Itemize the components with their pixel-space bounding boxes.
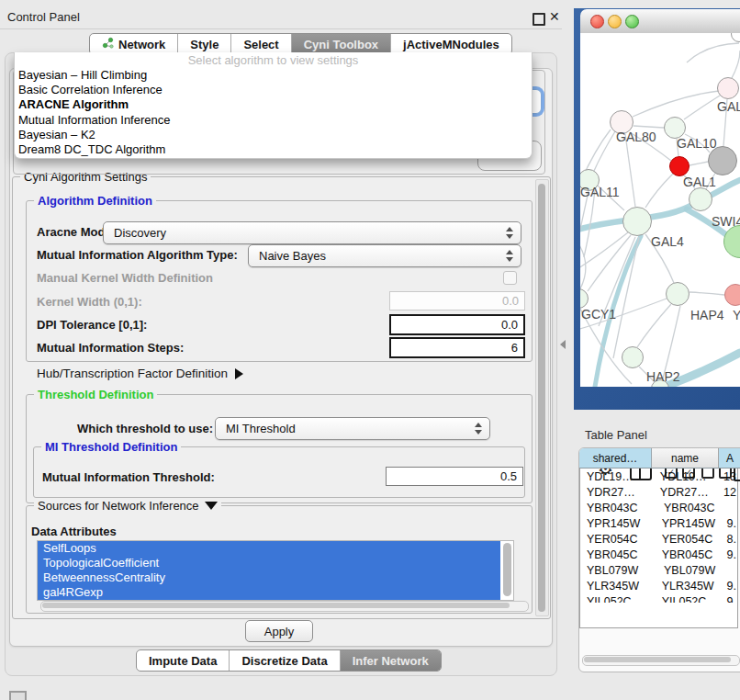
cell-value: 9.: [722, 595, 736, 604]
dropdown-item-selected[interactable]: ARACNE Algorithm: [15, 97, 532, 112]
network-window-titlebar[interactable]: [580, 9, 740, 34]
node-red-highlighted[interactable]: [669, 156, 690, 176]
cell-shared: YER054C: [579, 533, 653, 546]
tab-network[interactable]: Network: [90, 34, 178, 54]
cell-shared: YBR045C: [579, 548, 653, 561]
cell-value: 13: [718, 470, 736, 483]
node-label: GAL80: [616, 130, 656, 144]
table-row[interactable]: YDL19…YDL19…13: [579, 469, 736, 484]
table-row[interactable]: YER054CYER054C8.: [579, 531, 736, 547]
list-horizontal-scrollbar[interactable]: [40, 601, 529, 612]
table-row[interactable]: YBR043CYBR043C: [579, 500, 736, 515]
stepper-arrows-icon: [506, 250, 513, 262]
table-row[interactable]: YBL079WYBL079W: [579, 562, 736, 578]
table-row[interactable]: YBR045CYBR045C9.: [579, 547, 736, 562]
list-item[interactable]: gal4RGexp: [38, 585, 500, 600]
table-panel-title: Table Panel: [585, 428, 647, 442]
node-label: GAL11: [580, 185, 620, 199]
manual-kernel-label: Manual Kernel Width Definition: [37, 271, 213, 285]
mi-threshold-field[interactable]: 0.5: [386, 467, 523, 486]
table-panel: ⚙ ✓ ✓ shared… name A YDL19…YDL19…13 YDR2…: [578, 447, 740, 672]
docked-panel-icon[interactable]: [9, 691, 27, 700]
network-edges: [580, 33, 740, 387]
mac-close-icon[interactable]: [590, 15, 604, 28]
mi-steps-label: Mutual Information Steps:: [37, 341, 184, 355]
network-canvas[interactable]: GAL GAL80 GAL10 GAL1 GAL11 GAL4 SWI4 GCY…: [580, 33, 740, 387]
table-row[interactable]: YLR345WYLR345W9.: [579, 578, 736, 593]
which-threshold-combo[interactable]: MI Threshold: [215, 417, 490, 440]
list-item[interactable]: SelfLoops: [38, 541, 500, 556]
table-row[interactable]: YPR145WYPR145W9.: [579, 515, 736, 531]
tab-jactivemnodules[interactable]: jActiveMNodules: [391, 34, 511, 54]
node-hap2[interactable]: [622, 346, 644, 368]
tab-style-label: Style: [190, 38, 219, 51]
list-scrollbar-thumb[interactable]: [503, 543, 511, 596]
sources-group-title[interactable]: Sources for Network Inference: [34, 499, 221, 513]
tab-infer-network-label: Infer Network: [353, 654, 429, 668]
tab-cyni-toolbox[interactable]: Cyni Toolbox: [292, 34, 391, 54]
table-row[interactable]: YDR27…YDR27…12: [579, 484, 736, 500]
cell-name: YIL052C: [653, 595, 722, 604]
mi-threshold-group-title: MI Threshold Definition: [41, 440, 181, 454]
table-horizontal-scrollbar[interactable]: [582, 655, 740, 666]
cell-value: 9.: [722, 580, 736, 593]
list-hscrollbar-thumb[interactable]: [42, 603, 510, 608]
settings-vertical-scrollbar[interactable]: [535, 179, 549, 616]
tab-select[interactable]: Select: [231, 34, 291, 54]
cell-shared: YBL079W: [579, 564, 655, 577]
kernel-width-field[interactable]: 0.0: [389, 291, 525, 310]
bottom-tabs: Impute Data Discretize Data Infer Networ…: [136, 649, 442, 672]
node-gal1[interactable]: [689, 187, 712, 211]
tab-select-label: Select: [243, 38, 278, 51]
mi-steps-field[interactable]: 6: [389, 337, 525, 358]
node-gal4[interactable]: [622, 207, 652, 236]
dropdown-item[interactable]: Basic Correlation Inference: [15, 83, 532, 97]
expand-arrow-icon: [235, 368, 243, 379]
cell-name: YDL19…: [651, 470, 718, 483]
dropdown-item[interactable]: Dream8 DC_TDC Algorithm: [15, 142, 532, 157]
close-icon[interactable]: ✕: [549, 9, 560, 24]
list-item[interactable]: BetweennessCentrality: [38, 570, 500, 585]
cell-name: YBL079W: [655, 564, 725, 577]
list-item[interactable]: TopologicalCoefficient: [38, 556, 500, 570]
aracne-mode-combo[interactable]: Discovery: [103, 221, 521, 244]
hub-definition-expander[interactable]: Hub/Transcription Factor Definition: [37, 367, 243, 380]
tab-discretize-data[interactable]: Discretize Data: [230, 650, 340, 671]
tab-infer-network[interactable]: Infer Network: [341, 650, 441, 671]
tab-impute-data[interactable]: Impute Data: [137, 650, 230, 671]
node-salmon[interactable]: [724, 284, 740, 306]
node-hap4[interactable]: [666, 282, 690, 306]
network-icon: [102, 37, 114, 51]
dropdown-item[interactable]: Bayesian – K2: [15, 128, 532, 142]
node-partial-top[interactable]: [731, 33, 740, 42]
mi-type-combo[interactable]: Naive Bayes: [248, 244, 521, 267]
dpi-tolerance-label: DPI Tolerance [0,1]:: [37, 318, 147, 332]
panel-splitter-arrow-icon[interactable]: [560, 340, 566, 349]
cell-shared: YIL052C: [579, 595, 653, 604]
tab-impute-data-label: Impute Data: [149, 654, 217, 668]
mac-minimize-icon[interactable]: [608, 15, 622, 28]
kernel-width-label: Kernel Width (0,1):: [37, 295, 142, 309]
tab-style[interactable]: Style: [178, 34, 231, 54]
node-gal7-pink[interactable]: [717, 77, 739, 99]
mac-zoom-icon[interactable]: [625, 15, 639, 28]
apply-button[interactable]: Apply: [245, 620, 313, 642]
stepper-arrows-icon: [506, 227, 513, 239]
cell-name: YER054C: [653, 533, 722, 546]
dpi-tolerance-field[interactable]: 0.0: [389, 314, 525, 335]
node-swi4[interactable]: [723, 225, 740, 258]
node-label: SWI4: [712, 214, 740, 229]
table-hscrollbar-thumb[interactable]: [584, 657, 731, 662]
float-window-icon[interactable]: [533, 13, 545, 26]
dropdown-item[interactable]: Mutual Information Inference: [15, 113, 532, 128]
tab-network-label: Network: [118, 38, 165, 51]
manual-kernel-checkbox[interactable]: [503, 271, 517, 285]
data-attributes-list: SelfLoops TopologicalCoefficient Between…: [37, 540, 514, 601]
which-threshold-label: Which threshold to use:: [77, 422, 213, 435]
node-label: GAL4: [651, 234, 684, 249]
settings-scrollbar-thumb[interactable]: [538, 184, 545, 612]
cell-shared: YDL19…: [579, 470, 651, 483]
dropdown-item[interactable]: Bayesian – Hill Climbing: [15, 68, 532, 83]
table-row[interactable]: YIL052CYIL052C9.: [579, 593, 736, 603]
node-gcy1[interactable]: [580, 288, 589, 309]
